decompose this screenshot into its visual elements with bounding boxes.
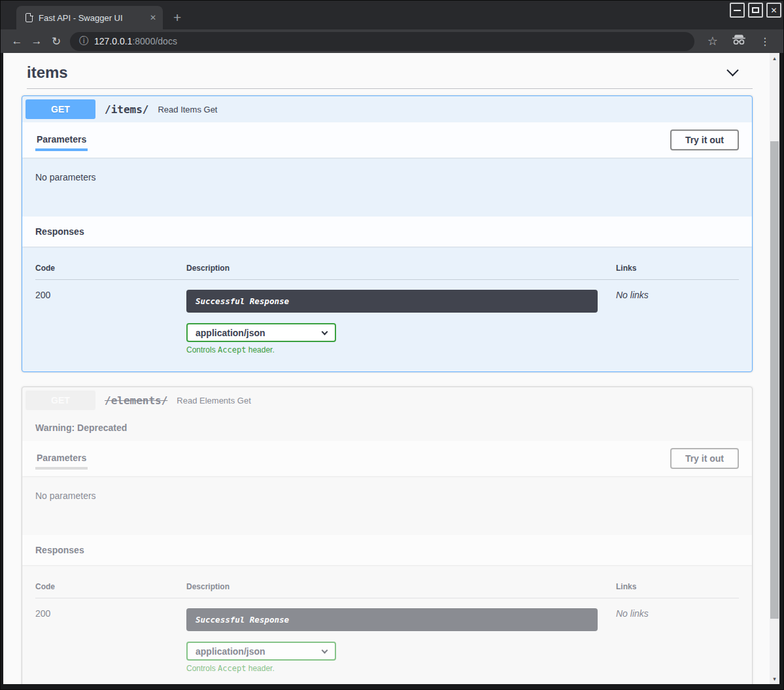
no-links-text: No links xyxy=(616,290,649,300)
maximize-button[interactable] xyxy=(748,3,763,18)
opblock-get-elements-deprecated: GET /elements/ Read Elements Get Warning… xyxy=(22,387,753,684)
no-parameters-text: No parameters xyxy=(35,172,96,182)
window-right-edge xyxy=(779,53,783,684)
operation-summary-text: Read Elements Get xyxy=(177,396,250,405)
responses-title: Responses xyxy=(35,545,84,555)
response-row-200: 200 Successful Response application/json… xyxy=(35,280,739,354)
try-it-out-button[interactable]: Try it out xyxy=(670,129,739,150)
response-code: 200 xyxy=(35,290,186,354)
tab-title: Fast API - Swagger UI xyxy=(39,13,146,23)
back-icon[interactable]: ← xyxy=(7,35,27,48)
links-column-header: Links xyxy=(616,582,739,591)
parameters-body: No parameters xyxy=(22,158,752,216)
chevron-down-icon xyxy=(322,328,328,335)
no-links-text: No links xyxy=(616,608,649,619)
url-path: :8000/docs xyxy=(132,36,177,46)
bookmark-star-icon[interactable]: ☆ xyxy=(707,34,718,48)
window-controls: ✕ xyxy=(730,3,781,18)
browser-viewport: items GET /items/ Read Items Get Paramet… xyxy=(1,53,783,684)
description-column-header: Description xyxy=(186,264,616,273)
response-description-box: Successful Response xyxy=(186,608,598,631)
tab-parameters[interactable]: Parameters xyxy=(35,124,88,156)
controls-note-suffix: header. xyxy=(246,345,274,354)
controls-note-prefix: Controls xyxy=(186,664,218,673)
method-badge: GET xyxy=(26,390,95,410)
page-icon xyxy=(26,13,33,22)
incognito-icon[interactable] xyxy=(731,34,747,48)
responses-table-head: Code Description Links xyxy=(35,574,739,598)
operation-summary-text: Read Items Get xyxy=(158,105,217,114)
controls-accept-note: Controls Accept header. xyxy=(186,345,598,354)
forward-icon[interactable]: → xyxy=(27,35,46,48)
maximize-icon xyxy=(752,7,759,13)
links-column-header: Links xyxy=(616,264,739,273)
response-links-cell: No links xyxy=(616,290,739,354)
parameters-header: Parameters Try it out xyxy=(22,122,752,158)
browser-menu-icon[interactable]: ⋮ xyxy=(760,35,770,48)
media-type-value: application/json xyxy=(196,328,265,338)
controls-note-code: Accept xyxy=(218,345,246,354)
reload-icon[interactable]: ↻ xyxy=(46,35,66,48)
media-type-select[interactable]: application/json xyxy=(186,323,336,342)
response-description-cell: Successful Response application/json Con… xyxy=(186,608,616,673)
deprecated-warning: Warning: Deprecated xyxy=(22,413,752,441)
controls-note-suffix: header. xyxy=(246,664,274,673)
browser-tab[interactable]: Fast API - Swagger UI ✕ xyxy=(16,6,163,29)
response-description-box: Successful Response xyxy=(186,290,598,313)
media-type-value: application/json xyxy=(196,646,265,657)
browser-titlebar: Fast API - Swagger UI ✕ + ✕ xyxy=(1,1,783,29)
tag-section-header[interactable]: items xyxy=(27,53,753,89)
responses-header: Responses xyxy=(22,216,752,247)
controls-accept-note: Controls Accept header. xyxy=(186,664,598,673)
tab-parameters[interactable]: Parameters xyxy=(35,442,88,475)
description-column-header: Description xyxy=(186,582,616,591)
browser-window: Fast API - Swagger UI ✕ + ✕ ← → ↻ ⓘ 127.… xyxy=(0,0,784,690)
code-column-header: Code xyxy=(35,264,186,273)
swagger-page: items GET /items/ Read Items Get Paramet… xyxy=(3,53,770,684)
site-info-icon[interactable]: ⓘ xyxy=(79,35,88,47)
controls-note-prefix: Controls xyxy=(186,345,218,354)
tab-close-icon[interactable]: ✕ xyxy=(150,13,156,22)
response-code: 200 xyxy=(35,608,186,673)
close-button[interactable]: ✕ xyxy=(766,3,781,18)
scrollbar-thumb[interactable] xyxy=(770,141,779,619)
responses-header: Responses xyxy=(22,535,752,565)
scroll-up-icon[interactable]: ▴ xyxy=(770,54,779,62)
responses-table-head: Code Description Links xyxy=(35,256,739,280)
window-bottom-edge xyxy=(1,684,783,689)
parameters-header: Parameters Try it out xyxy=(22,441,752,476)
responses-table: Code Description Links 200 Successful Re… xyxy=(22,247,752,371)
code-column-header: Code xyxy=(35,582,186,591)
browser-toolbar: ← → ↻ ⓘ 127.0.0.1 :8000/docs ☆ ⋮ xyxy=(1,29,783,53)
response-description-cell: Successful Response application/json Con… xyxy=(186,290,616,354)
page-scrollbar[interactable]: ▴ ▾ xyxy=(770,53,779,684)
new-tab-button[interactable]: + xyxy=(173,10,181,24)
opblock-get-items: GET /items/ Read Items Get Parameters Tr… xyxy=(22,95,753,372)
operation-summary[interactable]: GET /elements/ Read Elements Get xyxy=(22,387,752,413)
controls-note-code: Accept xyxy=(218,664,246,673)
operation-path: /elements/ xyxy=(105,394,167,407)
chevron-down-icon xyxy=(322,647,328,653)
url-host: 127.0.0.1 xyxy=(94,36,132,46)
minimize-button[interactable] xyxy=(730,3,745,18)
response-row-200: 200 Successful Response application/json… xyxy=(35,598,739,673)
minimize-icon xyxy=(734,10,741,11)
responses-table: Code Description Links 200 Successful Re… xyxy=(22,565,752,684)
address-bar[interactable]: ⓘ 127.0.0.1 :8000/docs xyxy=(70,32,694,51)
operation-path: /items/ xyxy=(105,103,148,116)
scroll-down-icon[interactable]: ▾ xyxy=(770,675,779,683)
response-links-cell: No links xyxy=(616,608,739,673)
try-it-out-button[interactable]: Try it out xyxy=(670,448,739,469)
tag-title: items xyxy=(27,63,68,82)
no-parameters-text: No parameters xyxy=(35,491,96,501)
parameters-body: No parameters xyxy=(22,476,752,535)
responses-title: Responses xyxy=(35,226,84,237)
collapse-chevron-icon[interactable] xyxy=(726,64,738,76)
operation-summary[interactable]: GET /items/ Read Items Get xyxy=(22,96,752,122)
method-badge: GET xyxy=(26,99,95,119)
media-type-select[interactable]: application/json xyxy=(186,642,336,661)
